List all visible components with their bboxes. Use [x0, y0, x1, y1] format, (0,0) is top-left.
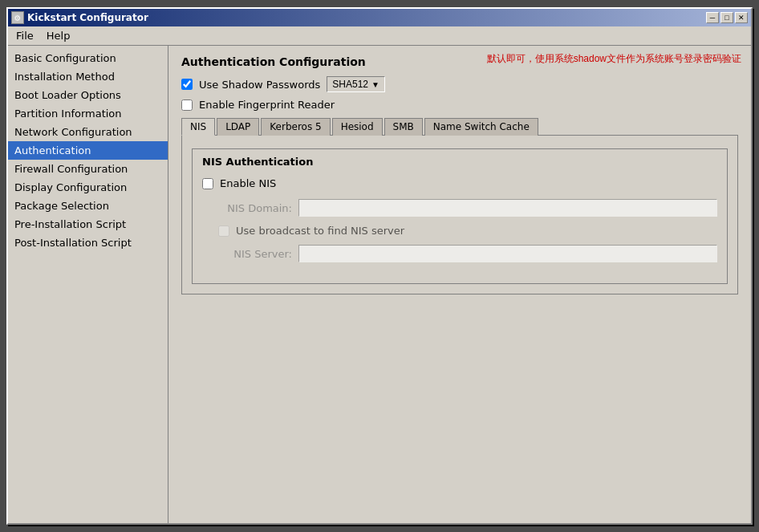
fingerprint-row: Enable Fingerprint Reader: [181, 99, 738, 111]
nis-server-row: NIS Server:: [202, 245, 717, 262]
tab-kerberos5[interactable]: Kerberos 5: [261, 118, 330, 136]
tab-name-switch-cache[interactable]: Name Switch Cache: [424, 118, 538, 136]
shadow-passwords-checkbox[interactable]: [181, 79, 193, 90]
main-window: ⚙ Kickstart Configurator ─ □ ✕ File Help…: [6, 7, 753, 525]
enable-nis-row: Enable NIS: [202, 177, 717, 189]
nis-domain-row: NIS Domain:: [202, 199, 717, 217]
sidebar-item-network-config[interactable]: Network Configuration: [8, 123, 168, 141]
nis-domain-label: NIS Domain:: [202, 202, 298, 214]
sidebar-item-display-config[interactable]: Display Configuration: [8, 178, 168, 197]
title-bar: ⚙ Kickstart Configurator ─ □ ✕: [8, 9, 751, 26]
sidebar-item-basic-config[interactable]: Basic Configuration: [8, 49, 168, 67]
sidebar-item-install-method[interactable]: Installation Method: [8, 67, 168, 86]
sidebar-item-package-select[interactable]: Package Selection: [8, 197, 168, 215]
tab-content-nis: NIS Authentication Enable NIS NIS Domain…: [181, 136, 738, 294]
sidebar-item-firewall-config[interactable]: Firewall Configuration: [8, 160, 168, 178]
nis-server-label: NIS Server:: [202, 248, 298, 260]
annotation-text: 默认即可，使用系统shadow文件作为系统账号登录密码验证: [487, 52, 741, 66]
menubar: File Help: [8, 26, 751, 46]
tab-hesiod[interactable]: Hesiod: [332, 118, 383, 136]
enable-nis-checkbox[interactable]: [202, 178, 213, 189]
fingerprint-checkbox[interactable]: [181, 99, 193, 111]
sidebar-item-boot-loader[interactable]: Boot Loader Options: [8, 86, 168, 104]
nis-group-title: NIS Authentication: [202, 156, 717, 168]
dropdown-arrow-icon: ▼: [371, 80, 380, 89]
sidebar-item-authentication[interactable]: Authentication: [8, 141, 168, 160]
shadow-passwords-row: Use Shadow Passwords SHA512 ▼: [181, 76, 738, 92]
tab-nis[interactable]: NIS: [181, 118, 215, 136]
enable-nis-label: Enable NIS: [220, 177, 276, 189]
sha512-value: SHA512: [332, 79, 368, 90]
title-bar-buttons: ─ □ ✕: [706, 12, 748, 23]
use-broadcast-checkbox[interactable]: [218, 225, 229, 237]
maximize-button[interactable]: □: [720, 12, 733, 23]
nis-group-box: NIS Authentication Enable NIS NIS Domain…: [192, 148, 728, 284]
tab-bar: NIS LDAP Kerberos 5 Hesiod SMB Name Swit…: [181, 117, 738, 136]
nis-domain-input[interactable]: [298, 199, 717, 217]
menu-file[interactable]: File: [11, 28, 39, 43]
sidebar: Basic Configuration Installation Method …: [8, 46, 168, 523]
sidebar-item-partition-info[interactable]: Partition Information: [8, 104, 168, 123]
minimize-button[interactable]: ─: [706, 12, 719, 23]
tab-smb[interactable]: SMB: [384, 118, 423, 136]
menu-help[interactable]: Help: [42, 28, 75, 43]
shadow-passwords-label: Use Shadow Passwords: [199, 79, 320, 91]
sha512-dropdown[interactable]: SHA512 ▼: [327, 76, 385, 92]
fingerprint-label: Enable Fingerprint Reader: [199, 99, 335, 111]
close-button[interactable]: ✕: [735, 12, 748, 23]
use-broadcast-row: Use broadcast to find NIS server: [218, 225, 717, 237]
sidebar-item-pre-install[interactable]: Pre-Installation Script: [8, 215, 168, 234]
title-bar-left: ⚙ Kickstart Configurator: [11, 11, 148, 24]
app-icon: ⚙: [11, 11, 24, 24]
sidebar-item-post-install[interactable]: Post-Installation Script: [8, 234, 168, 252]
nis-server-input[interactable]: [298, 245, 717, 262]
tab-ldap[interactable]: LDAP: [217, 118, 259, 136]
window-title: Kickstart Configurator: [27, 12, 148, 23]
use-broadcast-label: Use broadcast to find NIS server: [236, 225, 404, 237]
content-area: Basic Configuration Installation Method …: [8, 46, 751, 523]
main-panel: Authentication Configuration 默认即可，使用系统sh…: [168, 46, 751, 523]
